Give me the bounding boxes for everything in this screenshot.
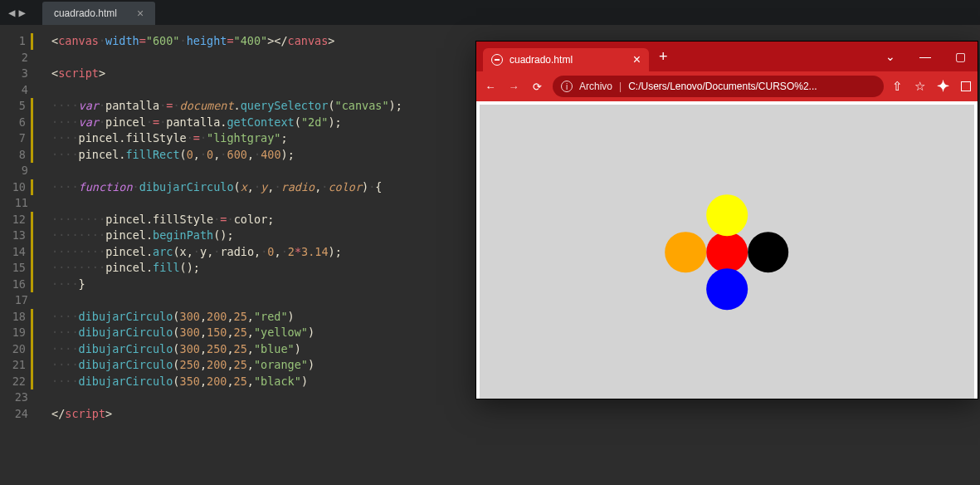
circle-blue — [706, 268, 748, 310]
browser-window: cuadrado.html × + ⌄ — ▢ ← → ⟳ i Archivo … — [476, 42, 978, 399]
editor-tabs: cuadrado.html × — [42, 0, 155, 25]
favicon-icon — [491, 54, 503, 66]
url-scheme-label: Archivo — [579, 81, 612, 92]
close-icon[interactable]: × — [633, 53, 641, 66]
editor-nav: ◀ ▶ — [0, 0, 34, 25]
reload-button[interactable]: ⟳ — [529, 81, 544, 93]
window-controls: ⌄ — ▢ — [873, 42, 978, 71]
url-text: C:/Users/Lenovo/Documents/CURSO%2... — [628, 81, 817, 92]
circle-orange — [666, 232, 707, 273]
sidepanel-icon[interactable] — [961, 81, 971, 91]
maximize-button[interactable]: ▢ — [943, 42, 978, 71]
circle-yellow — [706, 194, 748, 236]
browser-tabstrip: cuadrado.html × + ⌄ — ▢ — [476, 42, 978, 71]
circle-black — [748, 232, 789, 273]
browser-tab-title: cuadrado.html — [510, 54, 573, 66]
nav-back-icon[interactable]: ◀ — [8, 6, 15, 19]
browser-tab-cuadrado[interactable]: cuadrado.html × — [483, 48, 649, 71]
close-icon[interactable]: × — [137, 7, 144, 20]
chevron-down-icon[interactable]: ⌄ — [873, 42, 908, 71]
info-icon[interactable]: i — [561, 81, 573, 92]
nav-forward-icon[interactable]: ▶ — [18, 6, 25, 19]
extensions-icon[interactable]: ✦ — [937, 79, 949, 94]
back-button[interactable]: ← — [483, 81, 498, 93]
forward-button[interactable]: → — [506, 81, 521, 93]
editor-topbar: ◀ ▶ cuadrado.html × — [0, 0, 980, 25]
editor-tab-label: cuadrado.html — [54, 7, 117, 19]
line-gutter: 123456789101112131415161718192021222324 — [0, 25, 46, 485]
browser-viewport — [476, 101, 978, 399]
share-icon[interactable]: ⇧ — [892, 79, 903, 94]
new-tab-button[interactable]: + — [649, 48, 678, 66]
toolbar-actions: ⇧ ☆ ✦ — [892, 79, 971, 94]
url-separator: | — [619, 81, 622, 92]
circle-red — [706, 232, 748, 273]
url-bar[interactable]: i Archivo | C:/Users/Lenovo/Documents/CU… — [553, 76, 884, 97]
canvas-surface — [480, 105, 974, 399]
browser-toolbar: ← → ⟳ i Archivo | C:/Users/Lenovo/Docume… — [476, 71, 978, 101]
editor-tab-cuadrado[interactable]: cuadrado.html × — [42, 2, 155, 25]
minimize-button[interactable]: — — [908, 42, 943, 71]
bookmark-icon[interactable]: ☆ — [914, 79, 925, 94]
